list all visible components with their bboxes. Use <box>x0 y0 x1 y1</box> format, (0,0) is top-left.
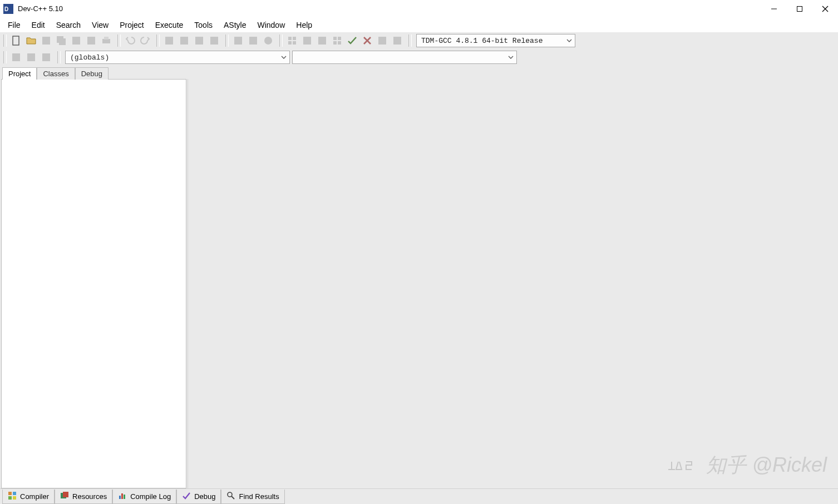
title-bar: D Dev-C++ 5.10 <box>0 0 838 18</box>
tab-label: Find Results <box>239 492 279 501</box>
svg-rect-41 <box>13 496 16 500</box>
scope-select[interactable]: (globals) <box>65 51 290 64</box>
project-tree[interactable] <box>1 79 186 488</box>
compile-run-icon[interactable] <box>315 33 329 48</box>
svg-rect-43 <box>63 492 68 497</box>
bookmark-icon[interactable] <box>231 33 245 48</box>
svg-rect-17 <box>210 37 218 45</box>
tab-debug[interactable]: Debug <box>75 67 109 80</box>
tab-project[interactable]: Project <box>2 67 37 80</box>
replace-icon[interactable] <box>177 33 191 48</box>
svg-rect-12 <box>102 39 110 43</box>
svg-point-47 <box>228 492 232 497</box>
svg-rect-45 <box>121 493 123 499</box>
find-next-icon[interactable] <box>192 33 206 48</box>
run-icon[interactable] <box>300 33 314 48</box>
tab-resources[interactable]: Resources <box>55 490 112 504</box>
svg-rect-15 <box>180 37 188 45</box>
close-file-icon[interactable] <box>69 33 83 48</box>
tab-compile-log[interactable]: Compile Log <box>112 490 176 504</box>
goto-line-icon[interactable] <box>207 33 221 48</box>
svg-rect-22 <box>293 37 296 40</box>
symbol-select[interactable] <box>292 51 517 64</box>
find-icon[interactable] <box>162 33 176 48</box>
menu-execute[interactable]: Execute <box>150 19 189 31</box>
bookmark-next-icon[interactable] <box>261 33 275 48</box>
tab-find-results[interactable]: Find Results <box>221 490 284 504</box>
svg-rect-35 <box>12 53 20 61</box>
menu-astyle[interactable]: AStyle <box>218 19 252 31</box>
svg-rect-39 <box>13 492 16 495</box>
undo-icon[interactable] <box>123 33 137 48</box>
svg-point-20 <box>264 37 272 45</box>
chart-icon <box>118 491 127 502</box>
svg-rect-11 <box>87 37 95 45</box>
rebuild-icon[interactable] <box>330 33 344 48</box>
maximize-button[interactable] <box>787 0 812 18</box>
close-button[interactable] <box>812 0 838 18</box>
chevron-down-icon <box>566 37 573 44</box>
workspace <box>0 79 838 488</box>
bookmark-prev-icon[interactable] <box>246 33 260 48</box>
apply-icon[interactable] <box>345 33 359 48</box>
toolbar-main: TDM-GCC 4.8.1 64-bit Release <box>0 32 838 49</box>
profile-icon[interactable] <box>375 33 390 48</box>
svg-rect-30 <box>338 41 341 45</box>
menu-help[interactable]: Help <box>290 19 318 31</box>
svg-rect-18 <box>234 37 242 45</box>
delete-profile-icon[interactable] <box>390 33 405 48</box>
svg-rect-25 <box>303 37 311 45</box>
menu-tools[interactable]: Tools <box>189 19 218 31</box>
menu-bar: File Edit Search View Project Execute To… <box>0 18 838 32</box>
svg-line-48 <box>231 496 234 499</box>
class-back-icon[interactable] <box>39 50 53 65</box>
svg-rect-37 <box>42 53 50 61</box>
cancel-icon[interactable] <box>360 33 374 48</box>
print-icon[interactable] <box>99 33 114 48</box>
new-file-icon[interactable] <box>9 33 23 48</box>
open-file-icon[interactable] <box>24 33 38 48</box>
svg-rect-23 <box>288 41 292 45</box>
menu-search[interactable]: Search <box>51 19 86 31</box>
save-all-icon[interactable] <box>54 33 68 48</box>
svg-rect-3 <box>797 6 802 11</box>
tab-classes[interactable]: Classes <box>37 67 75 80</box>
toolbar-classes: (globals) <box>0 49 838 66</box>
search-icon <box>226 491 235 502</box>
window-title: Dev-C++ 5.10 <box>18 4 63 13</box>
svg-rect-19 <box>249 37 257 45</box>
svg-rect-40 <box>8 496 12 500</box>
editor-area[interactable] <box>188 79 838 488</box>
check-icon <box>182 491 191 502</box>
svg-rect-34 <box>393 37 401 45</box>
menu-project[interactable]: Project <box>114 19 150 31</box>
compile-icon[interactable] <box>285 33 299 48</box>
svg-rect-10 <box>72 37 80 45</box>
save-icon[interactable] <box>39 33 53 48</box>
compiler-select-value: TDM-GCC 4.8.1 64-bit Release <box>421 37 543 45</box>
svg-rect-9 <box>59 38 66 45</box>
svg-rect-21 <box>288 37 292 40</box>
svg-rect-44 <box>119 496 121 499</box>
chevron-down-icon <box>507 54 514 61</box>
redo-icon[interactable] <box>138 33 152 48</box>
menu-edit[interactable]: Edit <box>26 19 51 31</box>
menu-file[interactable]: File <box>2 19 26 31</box>
svg-rect-29 <box>333 41 337 45</box>
svg-rect-14 <box>165 37 173 45</box>
compiler-select[interactable]: TDM-GCC 4.8.1 64-bit Release <box>416 34 575 47</box>
menu-view[interactable]: View <box>86 19 114 31</box>
close-all-icon[interactable] <box>84 33 98 48</box>
svg-rect-28 <box>338 37 341 40</box>
svg-rect-36 <box>27 53 35 61</box>
tab-debug-output[interactable]: Debug <box>176 490 221 504</box>
minimize-button[interactable] <box>761 0 787 18</box>
tab-compiler[interactable]: Compiler <box>2 490 55 504</box>
menu-window[interactable]: Window <box>252 19 290 31</box>
tab-label: Compiler <box>20 492 49 501</box>
new-class-icon[interactable] <box>9 50 23 65</box>
svg-rect-6 <box>13 36 19 45</box>
scope-select-value: (globals) <box>70 53 109 62</box>
chevron-down-icon <box>280 54 287 61</box>
class-browse-icon[interactable] <box>24 50 38 65</box>
